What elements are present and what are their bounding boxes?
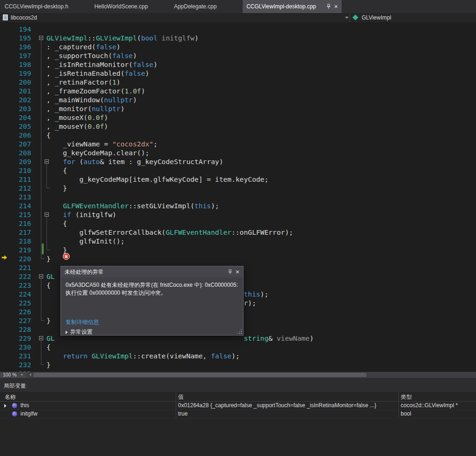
code-line-197: 197, _supportTouch(false) (0, 51, 314, 60)
tab-label: CCGLViewImpl-desktop.h (5, 3, 68, 10)
chevron-down-icon (20, 374, 23, 376)
fold-guide-end (46, 188, 50, 188)
exception-popup-title: 未经处理的异常 (65, 268, 225, 276)
zoom-selector[interactable]: 100 % (0, 372, 27, 378)
code-line-203: 203, _monitor(nullptr) (0, 104, 314, 113)
code-text: glfwSetErrorCallback(GLFWEventHandler::o… (46, 228, 293, 237)
line-number: 200 (0, 78, 31, 86)
code-line-214: 214 GLFWEventHandler::setGLViewImpl(this… (0, 201, 314, 210)
code-line-206: 206{ (0, 131, 314, 139)
line-number: 206 (0, 131, 31, 139)
fold-collapse-icon[interactable] (39, 336, 43, 340)
exception-settings-expander[interactable]: 异常设置 (66, 328, 93, 336)
code-text: GLViewImpl::GLViewImpl(bool initglfw) (46, 33, 198, 42)
line-number: 215 (0, 210, 31, 219)
code-text: g_keyCodeMap.clear(); (46, 148, 149, 157)
variable-icon (12, 411, 17, 416)
line-number: 226 (0, 307, 31, 316)
fold-collapse-icon[interactable] (45, 159, 49, 164)
line-number: 201 (0, 86, 31, 95)
code-line-211: 211 g_keyCodeMap[item.glfwKeyCode] = ite… (0, 175, 314, 184)
locals-row-this[interactable]: this0x01264a28 {_captured=false _support… (0, 402, 476, 410)
fold-guide (46, 164, 47, 188)
member-dropdown[interactable]: GLViewImpl (362, 14, 391, 21)
locals-row-initglfw[interactable]: initglfwtruebool (0, 410, 476, 418)
project-dropdown[interactable]: libcocos2d (11, 14, 37, 21)
expand-arrow-icon[interactable] (4, 404, 7, 408)
code-line-231: 231 return GLViewImpl::create(viewName, … (0, 351, 314, 360)
line-number: 198 (0, 60, 31, 69)
line-number: 231 (0, 351, 31, 360)
code-text: _viewName = "cocos2dx"; (46, 139, 158, 148)
column-header-value[interactable]: 值 (178, 393, 184, 401)
fold-guide-end (41, 320, 45, 321)
code-line-216: 216 { (0, 219, 314, 228)
resize-grip[interactable] (238, 330, 242, 334)
tab-label: AppDelegate.cpp (174, 3, 217, 10)
line-number: 203 (0, 104, 31, 113)
locals-grid-header[interactable]: 名称 值 类型 (0, 392, 476, 402)
exception-popup-titlebar[interactable]: 未经处理的异常 × (61, 266, 243, 278)
line-number: 222 (0, 272, 31, 281)
exception-icon[interactable] (63, 253, 70, 260)
code-text: , _mouseY(0.0f) (46, 122, 108, 131)
code-text: , _mouseX(0.0f) (46, 113, 108, 122)
code-text: , _retinaFactor(1) (46, 78, 120, 86)
line-number: 199 (0, 69, 31, 78)
code-line-194: 194 (0, 25, 314, 33)
exception-message: 0x5A3DCA50 处有未经处理的异常(在 fristCoco.exe 中):… (61, 278, 243, 301)
scroll-left-arrow-icon[interactable] (29, 373, 31, 376)
code-line-196: 196: _captured(false) (0, 42, 314, 51)
tab-4[interactable]: CCGLViewImpl-desktop.cpp× (243, 0, 342, 13)
fold-collapse-icon[interactable] (45, 212, 49, 217)
column-header-name[interactable]: 名称 (5, 393, 16, 401)
locals-rows: this0x01264a28 {_captured=false _support… (0, 402, 476, 418)
pin-icon[interactable] (227, 269, 233, 275)
code-text: { (46, 219, 67, 228)
line-number: 204 (0, 113, 31, 122)
tab-bar: CCGLViewImpl-desktop.hHelloWorldScene.cp… (0, 0, 476, 13)
code-text: for (auto& item : g_keyCodeStructArray) (46, 157, 223, 166)
code-line-217: 217 glfwSetErrorCallback(GLFWEventHandle… (0, 228, 314, 237)
close-icon[interactable]: × (236, 269, 239, 275)
code-text: return GLViewImpl::create(viewName, fals… (46, 351, 240, 360)
code-line-218: 218 glfwInit(); (0, 237, 314, 245)
zoom-level: 100 % (3, 372, 17, 377)
code-line-202: 202, _mainWindow(nullptr) (0, 95, 314, 104)
class-icon (352, 14, 358, 20)
code-text: , _mainWindow(nullptr) (46, 95, 137, 104)
code-text: , _isInRetinaMonitor(false) (46, 60, 158, 69)
tab-label: CCGLViewImpl-desktop.cpp (246, 3, 316, 10)
tab-1[interactable]: CCGLViewImpl-desktop.h (5, 0, 94, 13)
code-line-230: 230{ (0, 343, 314, 351)
locals-grid: 名称 值 类型 this0x01264a28 {_captured=false … (0, 392, 476, 456)
code-line-207: 207 _viewName = "cocos2dx"; (0, 139, 314, 148)
variable-icon (12, 403, 17, 408)
tab-2[interactable]: HelloWorldScene.cpp (94, 0, 174, 13)
column-header-type[interactable]: 类型 (401, 393, 412, 401)
exception-settings-label: 异常设置 (70, 328, 93, 336)
tab-3[interactable]: AppDelegate.cpp (174, 0, 243, 13)
line-number: 197 (0, 51, 31, 60)
code-line-199: 199, _isRetinaEnabled(false) (0, 69, 314, 78)
code-text: } (46, 316, 51, 325)
fold-collapse-icon[interactable] (39, 274, 43, 278)
copy-details-link[interactable]: 复制详细信息 (66, 318, 99, 326)
code-text: GLFWEventHandler::setGLViewImpl(this); (46, 201, 219, 210)
horizontal-scrollbar[interactable]: 100 % (0, 372, 476, 378)
code-line-204: 204, _mouseX(0.0f) (0, 113, 314, 122)
close-icon[interactable]: × (334, 4, 338, 9)
pin-icon[interactable] (326, 4, 331, 9)
code-line-232: 232} (0, 360, 314, 369)
line-number: 230 (0, 343, 31, 351)
line-number: 209 (0, 157, 31, 166)
exception-popup: 未经处理的异常 × 0x5A3DCA50 处有未经处理的异常(在 fristCo… (60, 266, 244, 336)
code-text: GL (46, 272, 55, 281)
chevron-down-icon[interactable] (345, 17, 349, 19)
fold-guide-end (41, 364, 45, 365)
line-number: 194 (0, 25, 31, 33)
fold-collapse-icon[interactable] (39, 36, 43, 40)
fold-guide (41, 340, 41, 364)
changed-lines-marker (42, 244, 44, 254)
scrollbar-thumb[interactable] (33, 373, 366, 377)
